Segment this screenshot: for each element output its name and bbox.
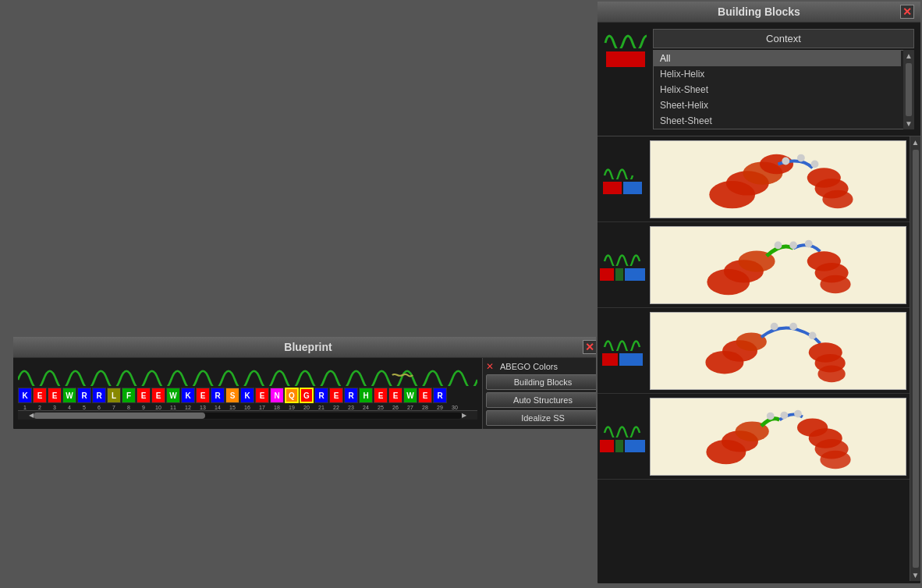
amino-W4[interactable]: W (62, 388, 76, 403)
amino-R23[interactable]: R (344, 388, 358, 403)
amino-W27[interactable]: W (403, 388, 417, 403)
scroll-right-arrow[interactable]: ▶ (462, 412, 466, 419)
bb-preview-3[interactable] (650, 312, 906, 390)
amino-K16[interactable]: K (240, 388, 254, 403)
row2-blocks (600, 268, 645, 281)
num-12: 12 (181, 405, 195, 410)
bb-list-scrollbar[interactable]: ▲ ▼ (910, 136, 920, 581)
svg-point-14 (789, 241, 797, 249)
num-18: 18 (270, 405, 284, 410)
context-option-all[interactable]: All (654, 51, 901, 66)
horizontal-scrollbar[interactable]: ◀ ▶ (18, 410, 477, 420)
num-6: 6 (92, 405, 106, 410)
bb-close-button[interactable]: ✕ (900, 5, 914, 19)
helix-svg (18, 364, 477, 386)
row2-helix-icon (603, 249, 642, 266)
amino-Q19[interactable]: Q (285, 388, 299, 403)
svg-point-32 (780, 411, 788, 419)
amino-R14[interactable]: R (211, 388, 225, 403)
bb-row-2-icons (601, 249, 644, 281)
protein-structure-1 (651, 141, 906, 218)
amino-L7[interactable]: L (107, 388, 121, 403)
bb-scroll-thumb[interactable] (913, 150, 919, 568)
amino-row: K E E W R R L F E E W K E R S K E N Q G (18, 388, 477, 403)
bb-list-scroll[interactable] (598, 136, 920, 581)
num-5: 5 (77, 405, 91, 410)
row3-block-blue (619, 353, 643, 366)
num-28: 28 (418, 405, 432, 410)
amino-E3[interactable]: E (48, 388, 62, 403)
num-29: 29 (433, 405, 447, 410)
bb-list-section: ▲ ▼ (598, 136, 920, 581)
context-scroll-up[interactable]: ▲ (903, 50, 914, 62)
bb-list-row-4[interactable] (598, 394, 910, 480)
svg-point-3 (760, 154, 793, 173)
amino-F8[interactable]: F (122, 388, 136, 403)
amino-K1[interactable]: K (18, 388, 32, 403)
svg-point-4 (782, 157, 789, 165)
num-22: 22 (329, 405, 343, 410)
amino-E10[interactable]: E (151, 388, 165, 403)
bb-scroll-up[interactable]: ▲ (910, 136, 920, 148)
amino-K12[interactable]: K (181, 388, 195, 403)
bb-preview-4[interactable] (650, 398, 906, 476)
amino-E25[interactable]: E (374, 388, 388, 403)
context-scrollbar[interactable]: ▲ ▼ (903, 50, 914, 129)
bb-preview-2[interactable] (650, 226, 906, 304)
auto-structures-button[interactable]: Auto Structures (486, 392, 600, 408)
context-option-sheet-sheet[interactable]: Sheet-Sheet (654, 113, 901, 129)
amino-G20[interactable]: G (300, 388, 314, 403)
bb-scroll-down[interactable]: ▼ (910, 569, 920, 581)
row4-block-green (615, 440, 623, 452)
context-scroll-down[interactable]: ▼ (903, 118, 914, 129)
bb-list-row-2[interactable] (598, 222, 910, 308)
row1-block-blue (623, 182, 642, 194)
amino-E26[interactable]: E (388, 388, 402, 403)
abego-checkbox-icon[interactable]: ✕ (486, 361, 497, 372)
context-option-helix-helix[interactable]: Helix-Helix (654, 66, 901, 82)
bb-titlebar: Building Blocks ✕ (598, 2, 920, 23)
amino-E9[interactable]: E (137, 388, 151, 403)
amino-E2[interactable]: E (33, 388, 47, 403)
amino-E17[interactable]: E (255, 388, 269, 403)
numbers-row: 1 2 3 4 5 6 7 8 9 10 11 12 13 14 15 16 1… (18, 405, 477, 410)
amino-H24[interactable]: H (359, 388, 373, 403)
amino-E28[interactable]: E (418, 388, 432, 403)
context-option-helix-sheet[interactable]: Helix-Sheet (654, 82, 901, 97)
bb-row-1-icons (601, 164, 644, 194)
row3-blocks (602, 353, 643, 366)
num-15: 15 (225, 405, 239, 410)
context-section: Context All Helix-Helix Helix-Sheet Shee… (653, 29, 914, 129)
scrollbar-thumb[interactable] (34, 413, 205, 419)
building-blocks-button[interactable]: Building Blocks (486, 374, 600, 390)
bb-preview-1[interactable] (650, 140, 906, 218)
amino-S15[interactable]: S (225, 388, 239, 403)
num-9: 9 (137, 405, 151, 410)
protein-structure-3 (651, 313, 906, 389)
svg-point-23 (789, 322, 797, 330)
amino-R21[interactable]: R (314, 388, 328, 403)
context-dropdown[interactable]: All Helix-Helix Helix-Sheet Sheet-Helix … (653, 50, 914, 129)
building-blocks-window: Building Blocks ✕ Context All Helix-Heli… (596, 0, 922, 585)
protein-structure-4 (651, 398, 906, 475)
bb-list-row-1[interactable] (598, 136, 910, 222)
num-17: 17 (255, 405, 269, 410)
amino-N18[interactable]: N (270, 388, 284, 403)
amino-R6[interactable]: R (92, 388, 106, 403)
amino-E22[interactable]: E (329, 388, 343, 403)
amino-E13[interactable]: E (196, 388, 210, 403)
num-25: 25 (374, 405, 388, 410)
amino-R5[interactable]: R (77, 388, 91, 403)
bb-list-row-3[interactable] (598, 308, 910, 394)
num-16: 16 (240, 405, 254, 410)
amino-W11[interactable]: W (166, 388, 180, 403)
svg-point-9 (822, 190, 853, 208)
blueprint-title: Blueprint (34, 341, 583, 353)
context-option-sheet-helix[interactable]: Sheet-Helix (654, 97, 901, 113)
num-7: 7 (107, 405, 121, 410)
scrollbar-track[interactable] (34, 413, 462, 419)
idealize-ss-button[interactable]: Idealize SS (486, 410, 600, 426)
amino-R29[interactable]: R (433, 388, 447, 403)
blueprint-close-button[interactable]: ✕ (583, 340, 597, 354)
helix-row (18, 363, 477, 386)
